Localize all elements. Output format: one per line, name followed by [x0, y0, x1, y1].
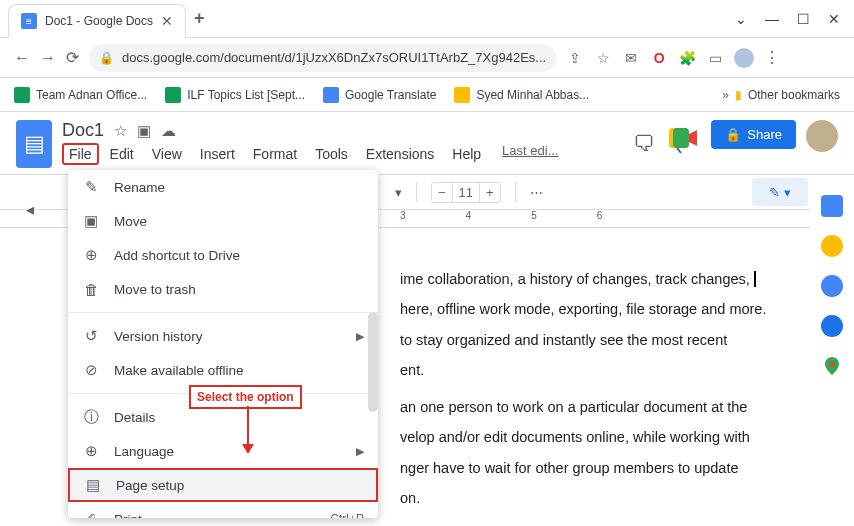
star-outline-icon[interactable]: ☆: [114, 122, 127, 140]
bookmarks-more-icon[interactable]: »: [722, 88, 729, 102]
address-bar[interactable]: 🔒 docs.google.com/document/d/1jUzxX6DnZx…: [89, 44, 556, 72]
font-size-value[interactable]: 11: [452, 183, 480, 202]
star-icon[interactable]: ☆: [594, 49, 612, 67]
increase-font-icon[interactable]: +: [480, 183, 500, 202]
opera-icon[interactable]: O: [650, 49, 668, 67]
share-link-icon[interactable]: ⇪: [566, 49, 584, 67]
other-bookmarks[interactable]: Other bookmarks: [748, 88, 840, 102]
side-panel: [810, 177, 854, 377]
cloud-status-icon[interactable]: ☁: [161, 122, 176, 140]
new-tab-button[interactable]: +: [194, 8, 205, 29]
bookmark-icon[interactable]: ▭: [706, 49, 724, 67]
print-shortcut: Ctrl+P: [330, 512, 364, 518]
decrease-font-icon[interactable]: −: [432, 183, 452, 202]
menu-help[interactable]: Help: [445, 143, 488, 165]
submenu-arrow-icon: ▶: [356, 445, 364, 458]
menu-offline[interactable]: ⊘ Make available offline: [68, 353, 378, 387]
menu-print[interactable]: ⎙ Print Ctrl+P: [68, 502, 378, 518]
tab-close-icon[interactable]: ✕: [161, 13, 173, 29]
print-icon: ⎙: [82, 511, 100, 519]
menu-insert[interactable]: Insert: [193, 143, 242, 165]
last-edit-link[interactable]: Last edi...: [502, 143, 558, 165]
close-window-icon[interactable]: ✕: [828, 11, 840, 27]
menu-version-history[interactable]: ↺ Version history ▶: [68, 319, 378, 353]
bookmark-item[interactable]: Google Translate: [323, 87, 436, 103]
page-setup-icon: ▤: [84, 476, 102, 494]
editing-mode-button[interactable]: ✎ ▾: [752, 178, 808, 206]
url-text: docs.google.com/document/d/1jUzxX6DnZx7s…: [122, 50, 546, 65]
lock-icon: 🔒: [725, 127, 741, 142]
globe-icon: ⊕: [82, 442, 100, 460]
comments-icon[interactable]: 🗨: [633, 131, 655, 157]
menu-format[interactable]: Format: [246, 143, 304, 165]
trash-icon: 🗑: [82, 281, 100, 298]
kebab-menu-icon[interactable]: ⋮: [764, 48, 780, 67]
dropdown-caret-icon[interactable]: ▾: [395, 185, 402, 200]
menu-extensions[interactable]: Extensions: [359, 143, 441, 165]
menu-bar: File Edit View Insert Format Tools Exten…: [62, 143, 623, 165]
offline-icon: ⊘: [82, 361, 100, 379]
menu-rename[interactable]: ✎ Rename: [68, 170, 378, 204]
browser-tab[interactable]: ≡ Doc1 - Google Docs ✕: [8, 4, 186, 38]
keep-icon[interactable]: [821, 235, 843, 257]
profile-avatar[interactable]: [806, 120, 838, 152]
dropdown-scrollbar[interactable]: [368, 312, 378, 412]
annotation-arrow: [238, 406, 258, 456]
sheets-icon: [165, 87, 181, 103]
menu-file[interactable]: File: [62, 143, 99, 165]
folder-move-icon: ▣: [82, 212, 100, 230]
font-size-control[interactable]: − 11 +: [431, 182, 501, 203]
menu-move-trash[interactable]: 🗑 Move to trash: [68, 272, 378, 306]
forward-icon[interactable]: →: [40, 49, 56, 67]
menu-view[interactable]: View: [145, 143, 189, 165]
move-folder-icon[interactable]: ▣: [137, 122, 151, 140]
lock-icon: 🔒: [99, 51, 114, 65]
mail-icon[interactable]: ✉: [622, 49, 640, 67]
tasks-icon[interactable]: [821, 275, 843, 297]
maps-icon[interactable]: [821, 355, 843, 377]
svg-rect-1: [673, 128, 689, 148]
more-tools-icon[interactable]: ⋯: [530, 185, 543, 200]
pencil-icon: ✎: [769, 185, 780, 200]
profile-avatar-small[interactable]: [734, 48, 754, 68]
submenu-arrow-icon: ▶: [356, 330, 364, 343]
reload-icon[interactable]: ⟳: [66, 48, 79, 67]
menu-page-setup[interactable]: ▤ Page setup: [68, 468, 378, 502]
outline-collapse-icon[interactable]: ◂: [26, 200, 34, 219]
svg-marker-4: [242, 444, 254, 454]
share-button[interactable]: 🔒 Share: [711, 120, 796, 149]
meet-icon[interactable]: [665, 120, 701, 156]
menu-language[interactable]: ⊕ Language ▶: [68, 434, 378, 468]
chevron-down-icon[interactable]: ⌄: [735, 11, 747, 27]
back-icon[interactable]: ←: [14, 49, 30, 67]
calendar-icon[interactable]: [821, 195, 843, 217]
history-icon: ↺: [82, 327, 100, 345]
bookmark-item[interactable]: Team Adnan Office...: [14, 87, 147, 103]
google-docs-logo[interactable]: ▤: [16, 120, 52, 168]
contacts-icon[interactable]: [821, 315, 843, 337]
svg-point-2: [830, 362, 835, 367]
minimize-icon[interactable]: —: [765, 11, 779, 27]
docs-favicon: ≡: [21, 13, 37, 29]
drive-icon: [454, 87, 470, 103]
translate-icon: [323, 87, 339, 103]
maximize-icon[interactable]: ☐: [797, 11, 810, 27]
menu-tools[interactable]: Tools: [308, 143, 355, 165]
bookmark-item[interactable]: Syed Minhal Abbas...: [454, 87, 589, 103]
extensions-icon[interactable]: 🧩: [678, 49, 696, 67]
menu-add-shortcut[interactable]: ⊕ Add shortcut to Drive: [68, 238, 378, 272]
document-title[interactable]: Doc1: [62, 120, 104, 141]
file-menu-dropdown: ✎ Rename ▣ Move ⊕ Add shortcut to Drive …: [68, 170, 378, 518]
pencil-icon: ✎: [82, 178, 100, 196]
bookmark-item[interactable]: ILF Topics List [Sept...: [165, 87, 305, 103]
info-icon: ⓘ: [82, 408, 100, 427]
tab-title: Doc1 - Google Docs: [45, 14, 153, 28]
menu-move[interactable]: ▣ Move: [68, 204, 378, 238]
caret-down-icon: ▾: [784, 185, 791, 200]
drive-shortcut-icon: ⊕: [82, 246, 100, 264]
menu-edit[interactable]: Edit: [103, 143, 141, 165]
sheets-icon: [14, 87, 30, 103]
